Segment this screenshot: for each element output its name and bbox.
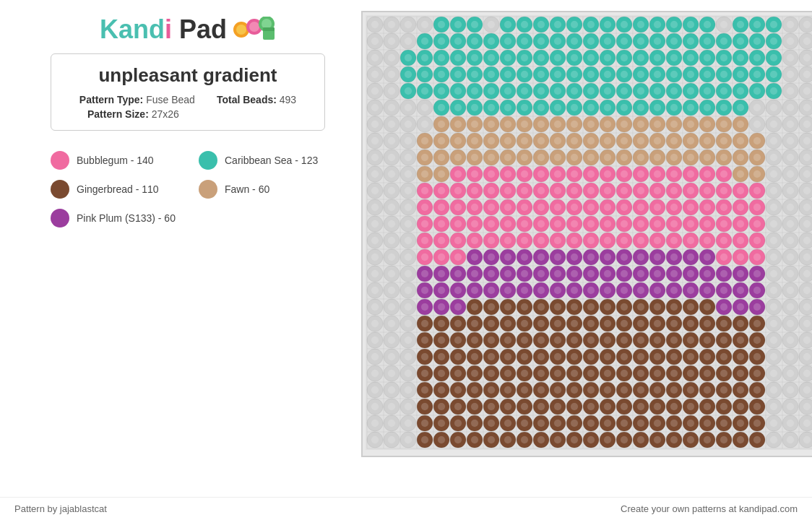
svg-rect-7 bbox=[263, 27, 275, 31]
pattern-meta: Pattern Type: Fuse Bead Total Beads: 493 bbox=[66, 94, 310, 105]
gingerbread-label: Gingerbread - 110 bbox=[77, 183, 159, 195]
pattern-size-label: Pattern Size: bbox=[87, 108, 149, 120]
footer-left: Pattern by jajablastcat bbox=[14, 503, 107, 514]
total-beads-value: 493 bbox=[280, 94, 296, 105]
svg-rect-6 bbox=[263, 30, 275, 40]
pink-plum-swatch bbox=[51, 209, 69, 228]
pattern-size-value: 27x26 bbox=[152, 108, 179, 120]
caribbean-swatch bbox=[199, 151, 217, 170]
pattern-type: Pattern Type: Fuse Bead bbox=[79, 94, 195, 105]
pattern-size: Pattern Size: 27x26 bbox=[66, 108, 310, 120]
total-beads-label: Total Beads: bbox=[217, 94, 277, 105]
bead-canvas bbox=[366, 15, 812, 450]
fawn-swatch bbox=[199, 180, 217, 199]
legend-col-right: Caribbean Sea - 123 Fawn - 60 bbox=[199, 151, 325, 238]
legend-item-fawn: Fawn - 60 bbox=[199, 180, 325, 199]
logo-text: Kandi Pad bbox=[100, 14, 227, 45]
logo-area: Kandi Pad bbox=[100, 14, 276, 45]
svg-point-3 bbox=[249, 22, 259, 32]
footer: Pattern by jajablastcat Create your own … bbox=[0, 497, 812, 520]
total-beads: Total Beads: 493 bbox=[217, 94, 296, 105]
logo-decoration bbox=[233, 17, 276, 43]
pattern-type-value: Fuse Bead bbox=[146, 94, 195, 105]
bubblegum-label: Bubblegum - 140 bbox=[77, 155, 154, 166]
pink-plum-label: Pink Plum (S133) - 60 bbox=[77, 212, 176, 224]
caribbean-label: Caribbean Sea - 123 bbox=[225, 155, 318, 166]
bead-grid-container bbox=[361, 11, 812, 457]
svg-point-1 bbox=[236, 25, 246, 35]
logo-pad: Pad bbox=[172, 14, 227, 44]
fawn-label: Fawn - 60 bbox=[225, 183, 269, 195]
legend-item-bubblegum: Bubblegum - 140 bbox=[51, 151, 177, 170]
svg-point-5 bbox=[262, 19, 272, 29]
legend-item-gingerbread: Gingerbread - 110 bbox=[51, 180, 177, 199]
left-panel: Kandi Pad unpleasant gradient bbox=[14, 7, 361, 490]
footer-right: Create your own patterns at kandipad.com bbox=[621, 503, 798, 514]
pattern-title: unpleasant gradient bbox=[66, 64, 310, 87]
logo-kandi: Kandi bbox=[100, 14, 172, 44]
pattern-info-box: unpleasant gradient Pattern Type: Fuse B… bbox=[51, 53, 325, 131]
color-legend: Bubblegum - 140 Gingerbread - 110 Pink P… bbox=[51, 151, 325, 238]
right-panel bbox=[361, 7, 812, 490]
legend-item-pink-plum: Pink Plum (S133) - 60 bbox=[51, 209, 177, 228]
bubblegum-swatch bbox=[51, 151, 69, 170]
legend-columns: Bubblegum - 140 Gingerbread - 110 Pink P… bbox=[51, 151, 325, 238]
legend-col-left: Bubblegum - 140 Gingerbread - 110 Pink P… bbox=[51, 151, 177, 238]
logo-icons bbox=[233, 17, 276, 43]
main-content: Kandi Pad unpleasant gradient bbox=[0, 0, 812, 497]
legend-item-caribbean: Caribbean Sea - 123 bbox=[199, 151, 325, 170]
gingerbread-swatch bbox=[51, 180, 69, 199]
pattern-type-label: Pattern Type: bbox=[79, 94, 143, 105]
